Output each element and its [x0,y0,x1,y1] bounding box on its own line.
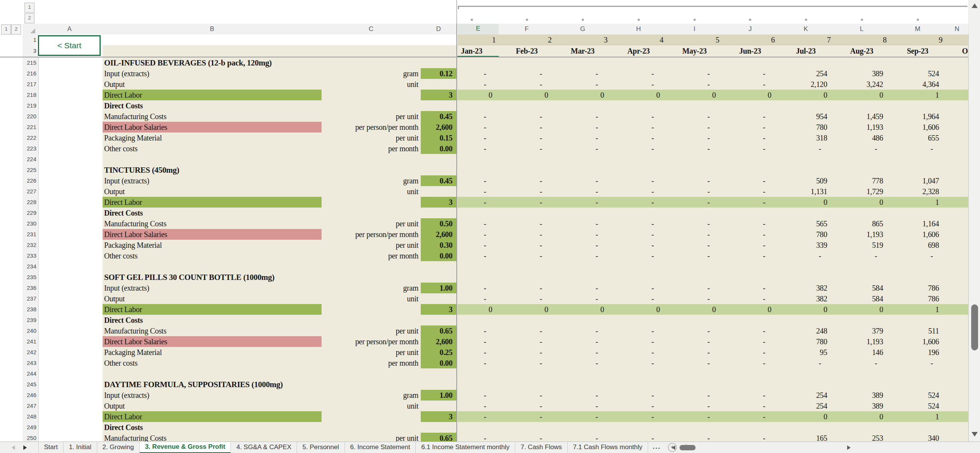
data-cell[interactable]: - [499,68,555,79]
data-cell[interactable]: - [555,336,611,347]
row-header-249[interactable]: 249 [23,422,39,433]
hscroll-right-icon[interactable] [847,445,851,450]
data-cell[interactable]: - [499,218,555,229]
unit-cell[interactable]: gram [322,175,421,186]
data-cell[interactable]: - [722,175,778,186]
data-cell[interactable]: - [722,132,778,143]
row-header-241[interactable]: 241 [23,336,39,347]
data-cell[interactable]: 1,606 [890,229,946,240]
data-cell[interactable]: - [457,143,499,154]
unit-cell[interactable]: per unit [322,347,421,358]
data-cell[interactable]: - [555,197,611,208]
data-cell[interactable]: - [611,79,666,90]
data-cell[interactable]: 0 [499,304,555,315]
data-cell[interactable]: - [499,143,555,154]
data-cell[interactable]: - [722,347,778,358]
data-cell[interactable]: - [499,122,555,132]
data-cell[interactable]: 95 [778,347,834,358]
row-label-cell[interactable]: Other costs [103,143,322,154]
data-cell[interactable]: 698 [890,240,946,250]
data-cell[interactable]: 1,729 [834,186,890,197]
data-cell[interactable]: 786 [890,283,946,293]
data-cell[interactable]: - [555,250,611,261]
data-cell[interactable]: 0 [555,304,611,315]
column-header-C[interactable]: C [322,24,421,35]
month-label-cell[interactable]: Aug-23 [834,45,890,57]
tab-scroll-left-icon[interactable] [11,445,15,450]
row-header-247[interactable]: 247 [23,401,39,412]
data-cell[interactable]: 1,606 [890,122,946,132]
data-cell[interactable]: 509 [778,175,834,186]
data-cell[interactable]: - [457,68,499,79]
data-cell[interactable]: - [611,229,666,240]
section-title-cell[interactable]: OIL-INFUSED BEVERAGES (12-b pack, 120mg) [104,57,372,68]
data-cell[interactable]: - [666,250,722,261]
data-cell[interactable]: 524 [890,68,946,79]
data-cell[interactable]: - [457,111,499,122]
data-cell[interactable]: - [722,250,778,261]
data-cell[interactable]: - [499,111,555,122]
data-cell[interactable]: 865 [834,218,890,229]
d-input-cell[interactable]: 0.00 [421,143,456,154]
sheet-tab-6-1-income-statement-monthly[interactable]: 6.1 Income Statement monthly [416,442,515,453]
data-cell[interactable]: - [611,336,666,347]
data-cell[interactable]: - [666,175,722,186]
data-cell[interactable]: 0 [555,90,611,100]
sheet-tab-6-income-statement[interactable]: 6. Income Statement [345,442,416,453]
period-number-cell[interactable]: 9 [890,34,946,45]
data-cell[interactable]: - [722,293,778,304]
unit-cell[interactable]: per person/per month [322,229,421,240]
d-input-cell[interactable]: 0.65 [421,325,456,336]
data-cell[interactable]: 1,131 [778,186,834,197]
row-header-230[interactable]: 230 [23,218,39,229]
row-header-243[interactable]: 243 [23,358,39,369]
row-outline-level-1-button[interactable]: 1 [1,25,11,34]
unit-cell[interactable]: per unit [322,240,421,250]
data-cell[interactable]: - [722,283,778,293]
row-header-227[interactable]: 227 [23,186,39,197]
unit-cell[interactable]: per unit [322,325,421,336]
more-tabs-ellipsis[interactable]: ... [653,443,661,451]
data-cell[interactable]: 196 [890,347,946,358]
data-cell[interactable]: - [555,143,611,154]
data-cell[interactable]: - [611,68,666,79]
hscroll-left-icon[interactable] [672,445,675,450]
row-label-cell[interactable]: Direct Labor [103,90,322,100]
data-cell[interactable]: - [722,401,778,411]
scroll-up-icon[interactable] [972,3,978,8]
period-number-cell[interactable]: 3 [555,34,611,45]
unit-cell[interactable]: per person/per month [322,336,421,347]
data-cell[interactable]: - [499,293,555,304]
data-cell[interactable]: 584 [834,283,890,293]
period-number-cell[interactable]: 8 [834,34,890,45]
row-label-cell[interactable]: Packaging Material [103,240,322,250]
row-header-222[interactable]: 222 [23,132,39,144]
data-cell[interactable]: - [722,240,778,250]
data-cell[interactable]: 0 [834,197,890,208]
row-header-237[interactable]: 237 [23,293,39,304]
unit-cell[interactable]: per unit [322,111,421,122]
row-label-cell[interactable]: Output [103,293,322,304]
horizontal-scroll-thumb[interactable] [679,445,696,450]
data-cell[interactable]: - [611,240,666,250]
unit-cell[interactable]: unit [322,186,421,197]
data-cell[interactable]: 379 [834,325,890,336]
d-input-cell[interactable]: 0.45 [421,175,456,186]
data-cell[interactable]: - [666,240,722,250]
data-cell[interactable]: - [457,240,499,250]
d-input-cell[interactable]: 0.00 [421,358,456,368]
subheading-cell[interactable]: Direct Costs [104,422,318,433]
data-cell[interactable]: - [555,325,611,336]
data-cell[interactable]: 248 [778,325,834,336]
data-cell[interactable]: 340 [890,433,946,442]
period-number-cell[interactable]: 5 [666,34,722,45]
data-cell[interactable]: - [499,347,555,358]
data-cell[interactable]: - [722,186,778,197]
column-header-G[interactable]: G [555,24,611,35]
data-cell[interactable]: 786 [890,293,946,304]
row-header-242[interactable]: 242 [23,347,39,358]
d-input-cell[interactable]: 3 [421,411,456,422]
month-label-cell[interactable]: Mar-23 [555,45,611,57]
data-cell[interactable]: - [834,250,890,261]
tab-scroll-right-icon[interactable] [23,445,27,450]
